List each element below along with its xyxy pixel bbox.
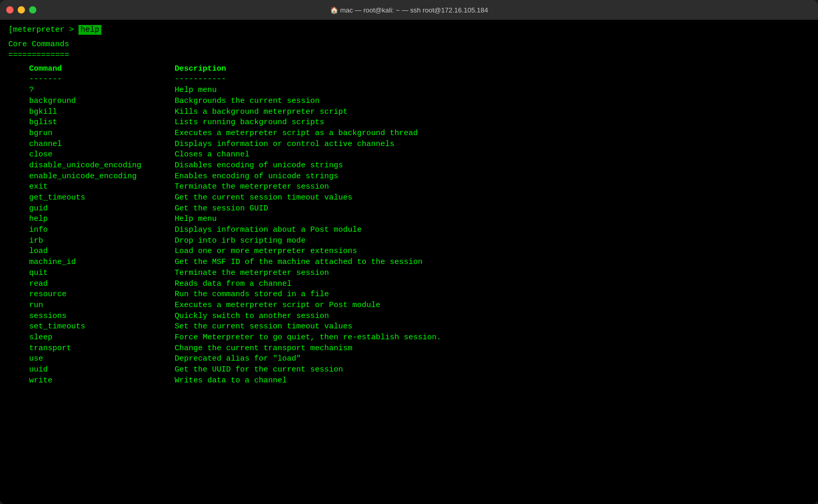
desc-cell: Get the current session timeout values — [175, 193, 352, 204]
table-row: helpHelp menu — [8, 214, 810, 225]
table-row: quitTerminate the meterpreter session — [8, 268, 810, 279]
command-header: Command — [8, 64, 175, 75]
cmd-cell: background — [8, 96, 175, 107]
desc-cell: Terminate the meterpreter session — [175, 268, 329, 279]
column-headers: Command Description — [8, 64, 810, 75]
table-row: get_timeoutsGet the current session time… — [8, 193, 810, 204]
minimize-button[interactable] — [18, 6, 25, 14]
desc-cell: Get the MSF ID of the machine attached t… — [175, 257, 423, 268]
desc-cell: Run the commands stored in a file — [175, 289, 329, 300]
cmd-cell: transport — [8, 343, 175, 354]
cmd-cell: write — [8, 376, 175, 387]
table-row: readReads data from a channel — [8, 279, 810, 290]
table-row: transportChange the current transport me… — [8, 343, 810, 354]
desc-cell: Executes a meterpreter script as a backg… — [175, 128, 418, 139]
cmd-cell: sessions — [8, 311, 175, 322]
cmd-cell: guid — [8, 204, 175, 215]
table-row: machine_idGet the MSF ID of the machine … — [8, 257, 810, 268]
table-row: closeCloses a channel — [8, 150, 810, 161]
cmd-cell: set_timeouts — [8, 322, 175, 333]
cmd-cell: quit — [8, 268, 175, 279]
maximize-button[interactable] — [29, 6, 36, 14]
table-row: bgrunExecutes a meterpreter script as a … — [8, 128, 810, 139]
cmd-cell: exit — [8, 182, 175, 193]
table-row: enable_unicode_encodingEnables encoding … — [8, 171, 810, 182]
cmd-cell: bglist — [8, 117, 175, 128]
desc-cell: Get the UUID for the current session — [175, 365, 343, 376]
cmd-cell: read — [8, 279, 175, 290]
table-row: irbDrop into irb scripting mode — [8, 236, 810, 247]
command-table: Command Description ------- ----------- … — [8, 64, 810, 387]
table-row: runExecutes a meterpreter script or Post… — [8, 300, 810, 311]
cmd-cell: load — [8, 246, 175, 257]
description-header: Description — [175, 64, 226, 75]
desc-cell: Lists running background scripts — [175, 117, 324, 128]
desc-cell: Change the current transport mechanism — [175, 343, 352, 354]
desc-cell: Closes a channel — [175, 150, 249, 161]
cmd-cell: close — [8, 150, 175, 161]
cmd-cell: enable_unicode_encoding — [8, 171, 175, 182]
desc-cell: Writes data to a channel — [175, 376, 287, 387]
desc-cell: Deprecated alias for "load" — [175, 354, 301, 365]
titlebar: 🏠 mac — root@kali: ~ — ssh root@172.16.1… — [0, 0, 818, 20]
desc-cell: Help menu — [175, 214, 217, 225]
desc-cell: Drop into irb scripting mode — [175, 236, 306, 247]
table-row: bgkillKills a background meterpreter scr… — [8, 107, 810, 118]
desc-cell: Terminate the meterpreter session — [175, 182, 329, 193]
desc-cell: Get the session GUID — [175, 204, 268, 215]
cmd-cell: ? — [8, 85, 175, 96]
terminal-content[interactable]: [meterpreter > help Core Commands ======… — [0, 20, 818, 504]
table-row: infoDisplays information about a Post mo… — [8, 225, 810, 236]
table-row: sleepForce Meterpreter to go quiet, then… — [8, 333, 810, 343]
cmd-cell: bgkill — [8, 107, 175, 118]
desc-cell: Force Meterpreter to go quiet, then re-e… — [175, 333, 441, 343]
desc-cell: Load one or more meterpreter extensions — [175, 246, 357, 257]
window-title: 🏠 mac — root@kali: ~ — ssh root@172.16.1… — [330, 6, 488, 14]
cmd-cell: get_timeouts — [8, 193, 175, 204]
table-row: sessionsQuickly switch to another sessio… — [8, 311, 810, 322]
prompt-bracket: [meterpreter > — [8, 25, 78, 34]
cmd-cell: channel — [8, 139, 175, 150]
cmd-cell: irb — [8, 236, 175, 247]
description-dash: ----------- — [175, 74, 226, 85]
table-row: loadLoad one or more meterpreter extensi… — [8, 246, 810, 257]
command-dash: ------- — [8, 74, 175, 85]
desc-cell: Enables encoding of unicode strings — [175, 171, 338, 182]
cmd-cell: use — [8, 354, 175, 365]
table-row: bglistLists running background scripts — [8, 117, 810, 128]
cmd-cell: uuid — [8, 365, 175, 376]
table-row: guidGet the session GUID — [8, 204, 810, 215]
desc-cell: Displays information or control active c… — [175, 139, 394, 150]
cmd-cell: info — [8, 225, 175, 236]
close-button[interactable] — [6, 6, 14, 14]
table-row: useDeprecated alias for "load" — [8, 354, 810, 365]
command-rows: ?Help menubackgroundBackgrounds the curr… — [8, 85, 810, 386]
cmd-cell: disable_unicode_encoding — [8, 161, 175, 171]
desc-cell: Set the current session timeout values — [175, 322, 352, 333]
table-row: uuidGet the UUID for the current session — [8, 365, 810, 376]
table-row: ?Help menu — [8, 85, 810, 96]
cmd-cell: sleep — [8, 333, 175, 343]
table-row: writeWrites data to a channel — [8, 376, 810, 387]
prompt-cmd: help — [78, 25, 101, 35]
desc-cell: Backgrounds the current session — [175, 96, 320, 107]
table-row: exitTerminate the meterpreter session — [8, 182, 810, 193]
cmd-cell: resource — [8, 289, 175, 300]
table-row: resourceRun the commands stored in a fil… — [8, 289, 810, 300]
table-row: disable_unicode_encodingDisables encodin… — [8, 161, 810, 171]
cmd-cell: machine_id — [8, 257, 175, 268]
desc-cell: Help menu — [175, 85, 217, 96]
cmd-cell: bgrun — [8, 128, 175, 139]
cmd-cell: run — [8, 300, 175, 311]
desc-cell: Executes a meterpreter script or Post mo… — [175, 300, 380, 311]
traffic-lights — [6, 6, 36, 14]
desc-cell: Reads data from a channel — [175, 279, 292, 290]
terminal-window: 🏠 mac — root@kali: ~ — ssh root@172.16.1… — [0, 0, 818, 504]
prompt-line: [meterpreter > help — [8, 25, 810, 35]
desc-cell: Displays information about a Post module — [175, 225, 362, 236]
table-row: backgroundBackgrounds the current sessio… — [8, 96, 810, 107]
desc-cell: Quickly switch to another session — [175, 311, 329, 322]
table-row: set_timeoutsSet the current session time… — [8, 322, 810, 333]
desc-cell: Disables encoding of unicode strings — [175, 161, 343, 171]
section-title: Core Commands — [8, 39, 810, 50]
